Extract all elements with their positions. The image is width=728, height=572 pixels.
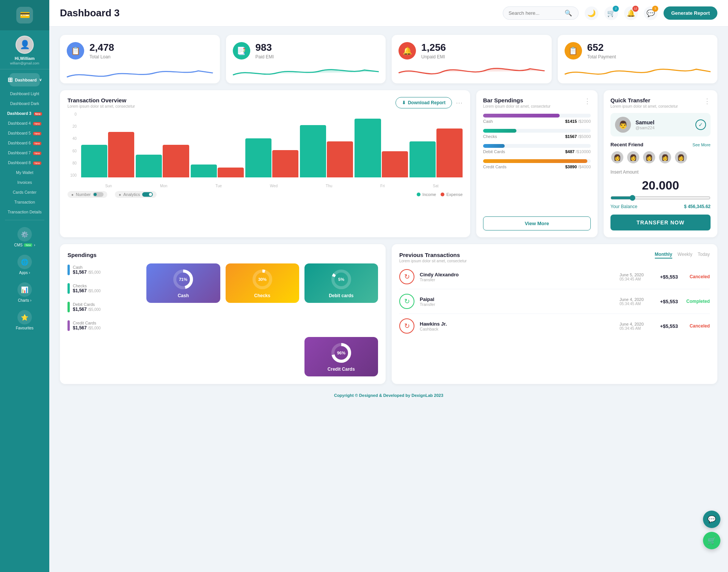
tab-monthly[interactable]: Monthly (655, 252, 672, 259)
sidebar-email: william@gmail.com (10, 61, 39, 65)
sidebar-item-dashboard6[interactable]: Dashboard 6 New (0, 138, 49, 148)
cart-btn[interactable]: 🛒 2 (604, 6, 618, 20)
stat-label-unpaid-emi: Unpaid EMI (421, 54, 446, 60)
bar-spendings-more-icon[interactable]: ⋮ (584, 97, 591, 105)
sidebar-item-transaction[interactable]: Transaction (0, 197, 49, 207)
see-more-link[interactable]: See More (692, 143, 711, 147)
sidebar-item-transaction-details[interactable]: Transaction Details (0, 207, 49, 217)
sidebar-item-dashboard-dark[interactable]: Dashboard Dark (0, 99, 49, 108)
sidebar-item-favourites[interactable]: ⭐ Favourites (0, 306, 49, 334)
fab-support[interactable]: 💬 (703, 511, 720, 528)
bar-group-mon (136, 112, 189, 177)
bar-spendings-card: Bar Spendings Lorem ipsum dolor sit amet… (476, 90, 598, 237)
bottom-row: Spendings Cash $1,567 /$5,000 (60, 244, 717, 384)
sidebar-item-cards-center[interactable]: Cards Center (0, 187, 49, 197)
search-box[interactable]: 🔍 (503, 6, 579, 20)
bell-badge: 12 (632, 6, 639, 12)
transfer-now-button[interactable]: TRANSFER NOW (610, 215, 711, 230)
spending-row-debit: Debit Cards $487 /$10000 (483, 144, 591, 154)
sidebar-username: Hi,William (15, 56, 35, 61)
tx-date-2: June 4, 2020 (620, 297, 650, 302)
sidebar-item-dashboard8[interactable]: Dashboard 8 New (0, 158, 49, 168)
generate-report-button[interactable]: Generate Report (664, 6, 717, 20)
spending-amount-credit: $3890 /$4000 (565, 165, 591, 169)
spending-row-checks: Checks $1567 /$5000 (483, 129, 591, 139)
bar-group-wed (245, 112, 298, 177)
tab-today[interactable]: Today (698, 252, 710, 259)
tx-amount-3: +$5,553 (655, 323, 678, 329)
donut-card-cash: 71% Cash (146, 263, 220, 303)
prev-transactions-title: Previous Transactions (399, 252, 467, 258)
spending-row-credit: Credit Cards $3890 /$4000 (483, 159, 591, 169)
sidebar-item-invoices[interactable]: Invoices (0, 177, 49, 187)
spending-item-credit: Credit Cards $1,567 /$5,000 (67, 320, 141, 331)
stat-label-total-payment: Total Payment (587, 54, 616, 60)
bar-sun-teal (81, 145, 107, 177)
tab-weekly[interactable]: Weekly (678, 252, 692, 259)
friend-avatar-4[interactable]: 👩 (658, 150, 672, 164)
message-btn[interactable]: 💬 5 (644, 6, 657, 20)
amount-slider[interactable] (610, 195, 711, 201)
friend-avatar-1[interactable]: 👩 (610, 150, 624, 164)
sidebar-item-charts[interactable]: 📊 Charts › (0, 279, 49, 306)
analytics-icon: ● (119, 193, 121, 197)
main-content: Dashboard 3 🔍 🌙 🛒 2 🔔 12 💬 5 Generate Re… (49, 0, 728, 572)
friend-avatar-2[interactable]: 👩 (626, 150, 640, 164)
spending-item-debit: Debit Cards $1,567 /$5,000 (67, 302, 141, 312)
friend-avatar-3[interactable]: 👩 (642, 150, 656, 164)
message-badge: 5 (652, 6, 658, 12)
header: Dashboard 3 🔍 🌙 🛒 2 🔔 12 💬 5 Generate Re… (49, 0, 728, 27)
friend-avatar-5[interactable]: 👩 (674, 150, 688, 164)
spending-cat-name-credit: Credit Cards (73, 321, 100, 325)
legend-analytics[interactable]: ● Analytics (115, 191, 157, 198)
quick-transfer-title: Quick Transfer (610, 97, 678, 103)
fab-cart[interactable]: 🛒 (703, 532, 720, 549)
donut-label-debit: Debit cards (329, 293, 353, 298)
sidebar-item-dashboard-light[interactable]: Dashboard Light (0, 89, 49, 99)
stat-value-loan: 2,478 (89, 42, 114, 53)
spending-cat-amount-cash: $1,567 /$5,000 (73, 270, 100, 275)
stat-card-paid-emi: 📑 983 Paid EMI (226, 35, 386, 83)
sidebar-dashboard-btn[interactable]: ⊞ Dashboard ∨ (9, 73, 40, 86)
sidebar-item-apps[interactable]: 🌐 Apps › (0, 251, 49, 279)
sidebar-item-my-wallet[interactable]: My Wallet (0, 168, 49, 177)
apps-icon: 🌐 (17, 255, 32, 269)
download-icon: ⬇ (402, 100, 406, 105)
logo-icon: 💳 (16, 7, 33, 24)
sidebar-item-dashboard5[interactable]: Dashboard 5 New (0, 128, 49, 138)
balance-row: Your Balance $ 456,345.62 (610, 204, 711, 209)
spending-label-cash: Cash (483, 119, 493, 124)
download-report-button[interactable]: ⬇ Download Report (395, 97, 452, 108)
legend-number[interactable]: ● Number (67, 191, 107, 198)
charts-icon: 📊 (17, 282, 32, 297)
sidebar-item-dashboard7[interactable]: Dashboard 7 New (0, 148, 49, 158)
sidebar-item-dashboard4[interactable]: Dashboard 4 New (0, 118, 49, 128)
donut-label-credit: Credit Cards (328, 367, 355, 372)
sidebar-item-cms[interactable]: ⚙️ CMS New › (0, 223, 49, 251)
fab-container: 💬 🛒 (703, 511, 720, 549)
bar-group-thu (300, 112, 353, 177)
previous-transactions-card: Previous Transactions Lorem ipsum dolor … (392, 244, 717, 384)
bars-area (81, 112, 463, 177)
search-input[interactable] (508, 10, 562, 16)
tx-name-3: Hawkins Jr. (420, 321, 614, 327)
theme-toggle-btn[interactable]: 🌙 (585, 6, 598, 20)
bell-btn[interactable]: 🔔 12 (624, 6, 638, 20)
spending-label-checks: Checks (483, 134, 497, 139)
bar-mon-teal (136, 155, 162, 177)
view-more-button[interactable]: View More (483, 216, 591, 230)
transaction-overview-actions: ⬇ Download Report ⋯ (395, 97, 463, 108)
person-handle: @sam224 (635, 125, 654, 130)
stat-icon-paid-emi: 📑 (233, 42, 250, 60)
bar-sat-teal (410, 141, 436, 177)
prev-transactions-tabs: Monthly Weekly Today (655, 252, 710, 259)
quick-transfer-more-icon[interactable]: ⋮ (704, 97, 711, 105)
transaction-overview-title: Transaction Overview (67, 97, 135, 103)
more-options-icon[interactable]: ⋯ (456, 99, 463, 107)
stat-value-unpaid-emi: 1,256 (421, 42, 446, 53)
stat-icon-unpaid-emi: 🔔 (399, 42, 416, 60)
transfer-person-card[interactable]: 👨 Samuel @sam224 ✓ (610, 113, 711, 136)
stat-label-paid-emi: Paid EMI (256, 54, 274, 60)
tx-info-1: Cindy Alexandro Transfer (420, 272, 614, 282)
sidebar-item-dashboard3[interactable]: Dashboard 3 New (0, 108, 49, 118)
